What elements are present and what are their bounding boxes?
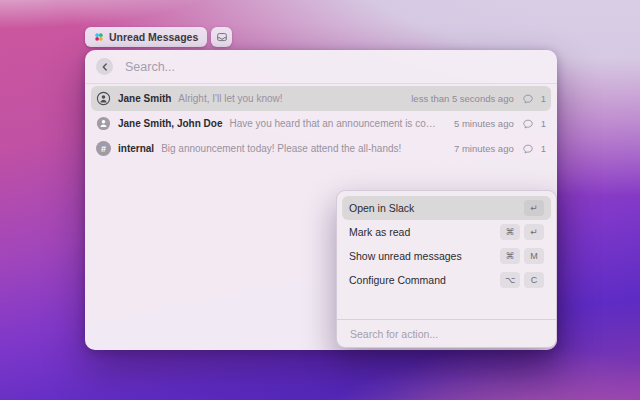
shortcut-keys: ⌥ C	[500, 272, 544, 288]
action-open-in-slack[interactable]: Open in Slack ↵	[342, 196, 551, 220]
result-row-jane-smith[interactable]: Jane Smith Alright, I'll let you know! l…	[91, 86, 551, 111]
command-key: ⌘	[500, 248, 520, 264]
result-subtitle: Have you heard that an announcement is c…	[229, 118, 436, 129]
inbox-icon	[216, 31, 228, 43]
result-title: Jane Smith	[118, 93, 171, 104]
hash-circle-icon: #	[96, 141, 111, 156]
action-panel-items: Open in Slack ↵ Mark as read ⌘ ↵ Show un…	[337, 191, 556, 297]
command-key: ⌘	[500, 224, 520, 240]
comment-bubble-icon	[522, 118, 534, 130]
person-circle-icon	[96, 91, 111, 106]
action-label: Show unread messages	[349, 250, 500, 262]
screen: Unread Messages	[0, 0, 640, 400]
shortcut-keys: ⌘ M	[500, 248, 544, 264]
result-subtitle: Alright, I'll let you know!	[178, 93, 282, 104]
comment-count: 1	[541, 93, 546, 104]
search-input[interactable]	[123, 59, 546, 75]
command-chip-label: Unread Messages	[109, 31, 198, 43]
result-row-jane-smith-john-doe[interactable]: Jane Smith, John Doe Have you heard that…	[91, 111, 551, 136]
search-bar	[85, 50, 557, 84]
option-key: ⌥	[500, 272, 520, 288]
result-time: 5 minutes ago	[454, 118, 514, 129]
chevron-left-icon	[101, 63, 109, 71]
action-label: Configure Command	[349, 274, 500, 286]
m-key: M	[524, 248, 544, 264]
result-time: less than 5 seconds ago	[411, 93, 513, 104]
comment-count: 1	[541, 118, 546, 129]
action-mark-as-read[interactable]: Mark as read ⌘ ↵	[342, 220, 551, 244]
action-panel: Open in Slack ↵ Mark as read ⌘ ↵ Show un…	[336, 190, 557, 348]
back-button[interactable]	[96, 58, 113, 75]
result-subtitle: Big announcement today! Please attend th…	[161, 143, 401, 154]
c-key: C	[524, 272, 544, 288]
panel-spacer	[337, 297, 556, 319]
command-chip[interactable]: Unread Messages	[85, 27, 207, 47]
command-chip-bar: Unread Messages	[85, 27, 232, 47]
action-label: Mark as read	[349, 226, 500, 238]
result-title: Jane Smith, John Doe	[118, 118, 222, 129]
return-key: ↵	[524, 224, 544, 240]
action-label: Open in Slack	[349, 202, 524, 214]
people-circle-icon	[96, 116, 111, 131]
action-search-bar	[337, 319, 556, 347]
action-show-unread-messages[interactable]: Show unread messages ⌘ M	[342, 244, 551, 268]
result-title: internal	[118, 143, 154, 154]
results-list: Jane Smith Alright, I'll let you know! l…	[85, 84, 557, 161]
result-row-internal[interactable]: # internal Big announcement today! Pleas…	[91, 136, 551, 161]
comment-bubble-icon	[522, 93, 534, 105]
comment-bubble-icon	[522, 143, 534, 155]
action-configure-command[interactable]: Configure Command ⌥ C	[342, 268, 551, 292]
inbox-button[interactable]	[211, 27, 232, 47]
slack-icon	[94, 32, 104, 42]
shortcut-keys: ⌘ ↵	[500, 224, 544, 240]
shortcut-keys: ↵	[524, 200, 544, 216]
return-key: ↵	[524, 200, 544, 216]
action-search-input[interactable]	[348, 327, 545, 341]
comment-count: 1	[541, 143, 546, 154]
result-time: 7 minutes ago	[454, 143, 514, 154]
